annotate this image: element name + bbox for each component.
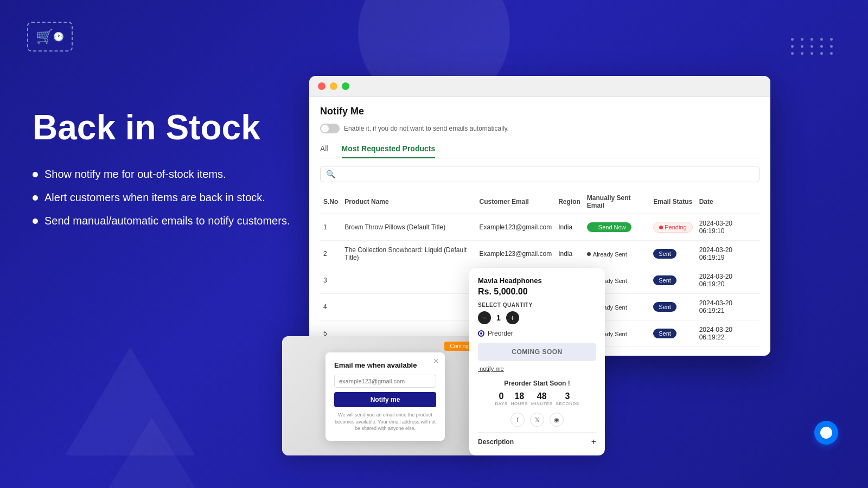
feature-item-1: Show notify me for out-of-stock items. xyxy=(33,168,304,181)
notify-me-button[interactable]: Notify me xyxy=(334,392,436,407)
col-sno: S.No xyxy=(320,190,341,214)
sent-badge: Sent xyxy=(653,275,676,285)
countdown-seconds: 3 SECONDS xyxy=(556,391,579,406)
search-icon: 🔍 xyxy=(326,170,335,178)
minutes-unit: MINUTES xyxy=(531,401,553,406)
tabs-row: All Most Requested Products xyxy=(320,141,760,158)
dot-grid-decoration xyxy=(791,38,835,55)
cell-product xyxy=(341,267,476,294)
chat-bubble-button[interactable] xyxy=(814,421,838,445)
close-popup-button[interactable]: ✕ xyxy=(433,357,439,365)
countdown-minutes: 48 MINUTES xyxy=(531,391,553,406)
instagram-share-button[interactable]: ◉ xyxy=(550,413,564,427)
cell-status: Sent xyxy=(650,320,695,347)
cell-sno: 2 xyxy=(320,241,341,267)
sent-badge: Sent xyxy=(653,329,676,338)
search-bar[interactable]: 🔍 xyxy=(320,166,760,182)
countdown-hours: 18 HOURS xyxy=(511,391,528,406)
seconds-unit: SECONDS xyxy=(556,401,579,406)
preorder-row: Preorder xyxy=(478,330,596,337)
email-notification-popup: ✕ Email me when available Notify me We w… xyxy=(326,352,445,441)
notify-me-link[interactable]: ·notify me xyxy=(478,365,596,372)
search-input[interactable] xyxy=(340,170,754,178)
preorder-soon-title: Preorder Start Soon ! xyxy=(478,380,596,387)
window-maximize-btn[interactable] xyxy=(342,82,349,90)
cell-date: 2024-03-20 06:19:20 xyxy=(696,267,760,294)
auto-email-toggle[interactable] xyxy=(320,124,340,133)
toggle-row: Enable it, if you do not want to send em… xyxy=(320,124,760,133)
cell-email: Example123@gmail.com xyxy=(476,241,556,267)
product-image-area: Coming Soon ✕ Email me when ava xyxy=(282,336,488,455)
days-unit: DAYS xyxy=(495,401,507,406)
qty-decrease-button[interactable]: − xyxy=(478,311,491,324)
table-row: 1 Brown Throw Pillows (Default Title) Ex… xyxy=(320,214,760,241)
col-date: Date xyxy=(696,190,760,214)
feature-text-1: Show notify me for out-of-stock items. xyxy=(44,168,226,181)
col-email: Customer Email xyxy=(476,190,556,214)
feature-item-2: Alert customers when items are back in s… xyxy=(33,191,304,204)
cell-status: Pending xyxy=(650,214,695,241)
window-titlebar xyxy=(309,76,770,97)
send-now-badge[interactable]: Send Now xyxy=(587,222,631,232)
cell-date: 2024-03-20 06:19:10 xyxy=(696,214,760,241)
minutes-value: 48 xyxy=(531,391,553,401)
cell-email: Example123@gmail.com xyxy=(476,214,556,241)
description-row: Description + xyxy=(478,432,596,447)
product-popup-card: Coming Soon ✕ Email me when ava xyxy=(282,336,488,455)
cell-status: Sent xyxy=(650,267,695,294)
logo-icon: 🛒 xyxy=(36,28,53,45)
cell-manually-sent: Already Sent xyxy=(584,241,650,267)
seconds-value: 3 xyxy=(556,391,579,401)
already-sent-badge: Already Sent xyxy=(587,251,627,258)
cell-date: 2024-03-20 06:19:22 xyxy=(696,320,760,347)
bg-triangle-2 xyxy=(108,418,195,488)
cell-status: Sent xyxy=(650,294,695,320)
cell-product: Brown Throw Pillows (Default Title) xyxy=(341,214,476,241)
feature-text-3: Send manual/automatic emails to notify c… xyxy=(44,215,290,227)
select-qty-label: SELECT QUANTITY xyxy=(478,302,596,308)
pending-badge: Pending xyxy=(653,222,692,233)
page-title: Back in Stock xyxy=(33,108,304,146)
hours-unit: HOURS xyxy=(511,401,528,406)
window-title: Notify Me xyxy=(320,106,364,117)
description-expand-button[interactable]: + xyxy=(591,437,596,447)
description-label: Description xyxy=(478,438,514,446)
twitter-share-button[interactable]: 𝕏 xyxy=(530,413,544,427)
window-close-btn[interactable] xyxy=(318,82,326,90)
cell-region: India xyxy=(555,214,584,241)
feature-item-3: Send manual/automatic emails to notify c… xyxy=(33,215,304,227)
tab-all[interactable]: All xyxy=(320,141,329,158)
product-name: Mavia Headphones xyxy=(478,277,596,285)
chat-icon xyxy=(820,427,832,439)
window-minimize-btn[interactable] xyxy=(330,82,337,90)
hours-value: 18 xyxy=(511,391,528,401)
cell-date: 2024-03-20 06:19:19 xyxy=(696,241,760,267)
tab-most-requested[interactable]: Most Requested Products xyxy=(342,141,436,158)
product-price: Rs. 5,000.00 xyxy=(478,287,596,297)
cell-date: 2024-03-20 06:19:21 xyxy=(696,294,760,320)
cell-manually-sent: Send Now xyxy=(584,214,650,241)
facebook-share-button[interactable]: f xyxy=(510,413,525,427)
bullet-dot xyxy=(33,219,38,224)
logo-area: 🛒 🕐 xyxy=(27,22,73,52)
email-popup-title: Email me when available xyxy=(334,361,436,369)
qty-increase-button[interactable]: + xyxy=(506,311,519,324)
left-content-area: Back in Stock Show notify me for out-of-… xyxy=(33,108,304,238)
feature-list: Show notify me for out-of-stock items. A… xyxy=(33,168,304,227)
preorder-label: Preorder xyxy=(488,330,513,337)
cell-status: Sent xyxy=(650,241,695,267)
qty-value: 1 xyxy=(496,313,501,322)
cell-product: The Collection Snowboard: Liquid (Defaul… xyxy=(341,241,476,267)
days-value: 0 xyxy=(495,391,507,401)
cell-sno: 3 xyxy=(320,267,341,294)
cell-sno: 1 xyxy=(320,214,341,241)
email-input-field[interactable] xyxy=(334,375,436,388)
sent-badge: Sent xyxy=(653,249,676,259)
countdown-row: 0 DAYS 18 HOURS 48 MINUTES 3 SECONDS xyxy=(478,391,596,406)
preorder-radio[interactable] xyxy=(478,330,484,337)
table-row: 2 The Collection Snowboard: Liquid (Defa… xyxy=(320,241,760,267)
social-row: f 𝕏 ◉ xyxy=(478,413,596,427)
cell-sno: 4 xyxy=(320,294,341,320)
cell-region: India xyxy=(555,241,584,267)
logo-clock-icon: 🕐 xyxy=(53,31,64,42)
